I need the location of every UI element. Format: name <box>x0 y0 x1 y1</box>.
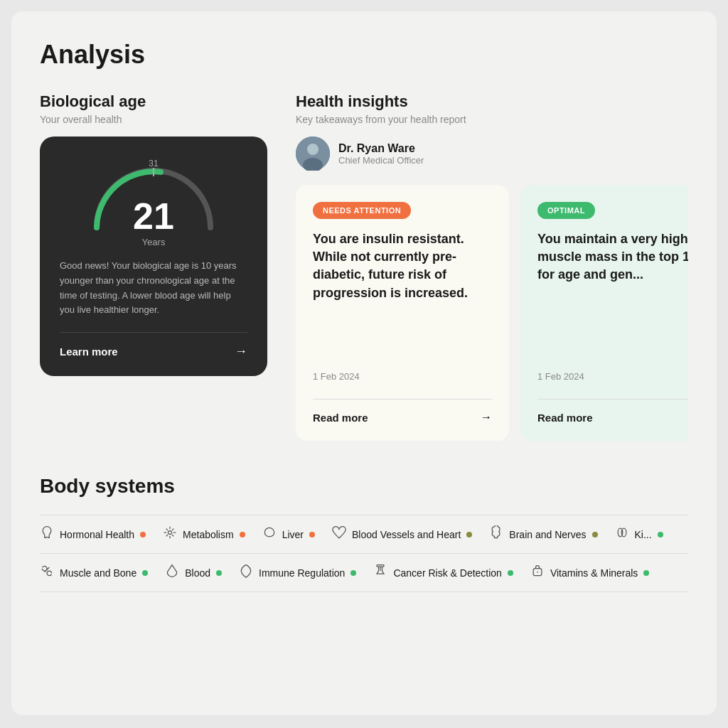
read-more-row-2[interactable]: Read more → <box>537 411 688 424</box>
system-item-blood-vessels[interactable]: Blood Vessels and Heart <box>332 525 489 543</box>
system-item-cancer[interactable]: Cancer Risk & Detection <box>373 564 530 582</box>
system-item-blood[interactable]: Blood <box>165 564 239 582</box>
cancer-dot <box>508 570 513 576</box>
blood-name: Blood <box>185 567 210 579</box>
read-more-row-1[interactable]: Read more → <box>313 411 492 424</box>
svg-text:31: 31 <box>149 159 159 168</box>
svg-point-5 <box>168 531 172 535</box>
hormonal-icon <box>40 525 54 543</box>
insights-title: Health insights <box>296 92 688 111</box>
liver-icon <box>262 525 277 543</box>
arrow-right-icon: → <box>235 344 247 359</box>
blood-vessels-icon <box>332 525 346 543</box>
bio-age-subtitle: Your overall health <box>40 114 267 125</box>
svg-point-3 <box>307 144 318 155</box>
metabolism-name: Metabolism <box>183 529 234 540</box>
doctor-info: Dr. Ryan Ware Chief Medical Officer <box>338 142 424 166</box>
insight-text-2: You maintain a very high muscle mass in … <box>537 230 688 363</box>
insight-date-1: 1 Feb 2024 <box>313 371 492 382</box>
learn-more-text: Learn more <box>60 346 118 358</box>
vitamins-icon <box>530 564 545 582</box>
bio-divider <box>60 332 247 333</box>
cancer-icon <box>373 564 387 582</box>
insight-card-optimal: OPTIMAL You maintain a very high muscle … <box>520 185 688 441</box>
doctor-row: Dr. Ryan Ware Chief Medical Officer <box>296 136 688 171</box>
liver-dot <box>309 532 315 537</box>
hormonal-dot <box>140 532 146 537</box>
system-item-muscle[interactable]: Muscle and Bone <box>40 564 165 582</box>
bio-age-card: 31 21 Years Good news! Your biological a… <box>40 136 267 376</box>
learn-more-row[interactable]: Learn more → <box>60 344 247 359</box>
doctor-name: Dr. Ryan Ware <box>338 142 424 155</box>
needs-attention-badge: NEEDS ATTENTION <box>313 202 411 219</box>
gauge-number: 21 <box>133 198 174 235</box>
insight-text-1: You are insulin resistant. While not cur… <box>313 230 492 363</box>
cancer-name: Cancer Risk & Detection <box>393 567 502 579</box>
blood-icon <box>165 564 179 582</box>
kidneys-icon <box>615 525 629 543</box>
blood-dot <box>216 570 222 576</box>
kidneys-dot <box>658 532 663 537</box>
insights-subtitle: Key takeaways from your health report <box>296 114 688 125</box>
system-item-kidneys[interactable]: Ki... <box>615 525 680 543</box>
vitamins-dot <box>643 570 649 576</box>
system-item-metabolism[interactable]: Metabolism <box>163 525 262 543</box>
health-insights-section: Health insights Key takeaways from your … <box>296 92 688 441</box>
optimal-badge: OPTIMAL <box>537 202 595 219</box>
doctor-title: Chief Medical Officer <box>338 155 424 166</box>
brain-dot <box>592 532 598 537</box>
insights-cards: NEEDS ATTENTION You are insulin resistan… <box>296 185 688 441</box>
doctor-avatar <box>296 136 330 171</box>
immune-dot <box>350 570 356 576</box>
insight-date-2: 1 Feb 2024 <box>537 371 688 382</box>
systems-grid: Hormonal Health Metabolism Liver <box>40 515 688 592</box>
top-section: Biological age Your overall health 31 <box>40 92 688 441</box>
svg-rect-8 <box>377 565 384 567</box>
muscle-icon <box>40 564 54 582</box>
immune-icon <box>239 564 253 582</box>
metabolism-icon <box>163 525 177 543</box>
muscle-dot <box>142 570 148 576</box>
system-item-vitamins[interactable]: Vitamins & Minerals <box>530 564 666 582</box>
systems-row-1: Hormonal Health Metabolism Liver <box>40 515 688 553</box>
gauge-label: Years <box>142 237 166 247</box>
read-more-text-2: Read more <box>537 412 593 424</box>
blood-vessels-name: Blood Vessels and Heart <box>352 529 461 540</box>
arrow-right-icon-1: → <box>481 411 492 424</box>
immune-name: Immune Regulation <box>259 567 345 579</box>
bio-age-section: Biological age Your overall health 31 <box>40 92 267 441</box>
svg-point-7 <box>621 528 626 537</box>
bio-description: Good news! Your biological age is 10 yea… <box>60 259 247 318</box>
insight-card-attention: NEEDS ATTENTION You are insulin resistan… <box>296 185 509 441</box>
systems-row-2: Muscle and Bone Blood Immune Regulation <box>40 553 688 592</box>
hormonal-name: Hormonal Health <box>60 529 134 540</box>
read-more-text-1: Read more <box>313 412 368 424</box>
vitamins-name: Vitamins & Minerals <box>550 567 638 579</box>
body-systems-title: Body systems <box>40 475 688 498</box>
liver-name: Liver <box>282 529 304 540</box>
blood-vessels-dot <box>466 532 472 537</box>
bio-age-title: Biological age <box>40 92 267 111</box>
brain-name: Brain and Nerves <box>509 529 586 540</box>
metabolism-dot <box>240 532 245 537</box>
brain-icon <box>489 525 503 543</box>
insight-divider-1 <box>313 399 492 400</box>
gauge-container: 31 21 Years <box>82 156 225 242</box>
body-systems-section: Body systems Hormonal Health Metabolism <box>40 475 688 592</box>
main-container: Analysis Biological age Your overall hea… <box>11 11 717 715</box>
muscle-name: Muscle and Bone <box>60 567 136 579</box>
system-item-immune[interactable]: Immune Regulation <box>239 564 373 582</box>
system-item-liver[interactable]: Liver <box>262 525 332 543</box>
system-item-brain[interactable]: Brain and Nerves <box>489 525 614 543</box>
system-item-hormonal[interactable]: Hormonal Health <box>40 525 163 543</box>
page-title: Analysis <box>40 40 688 70</box>
insight-divider-2 <box>537 399 688 400</box>
kidneys-name: Ki... <box>635 529 652 540</box>
